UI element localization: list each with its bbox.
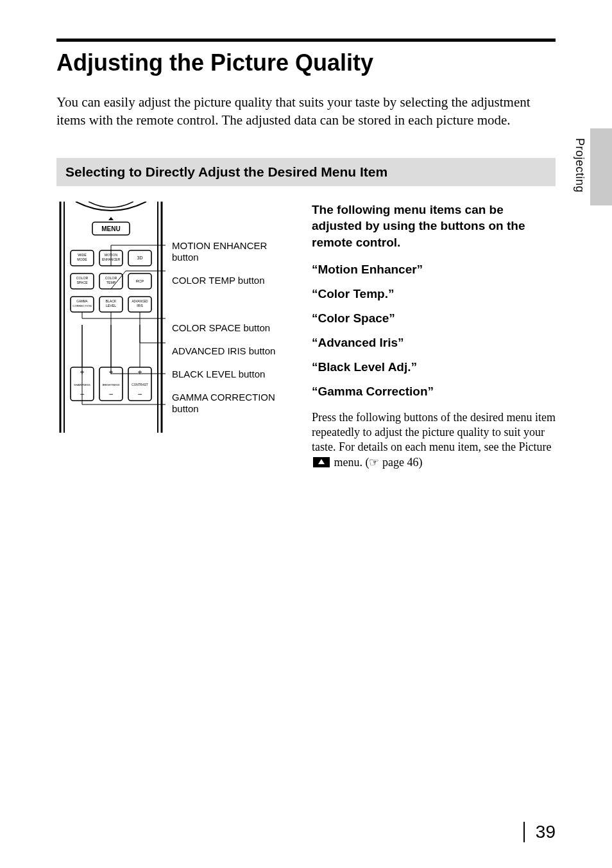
two-column-layout: MENU WIDE MODE MOTION ENHANCER 3D: [56, 202, 556, 470]
menu-item-color-space: “Color Space”: [312, 311, 556, 326]
remote-illustration-column: MENU WIDE MODE MOTION ENHANCER 3D: [56, 202, 294, 470]
section-heading: Selecting to Directly Adjust the Desired…: [56, 158, 556, 186]
menu-item-motion-enhancer: “Motion Enhancer”: [312, 263, 556, 277]
callout-color-temp: COLOR TEMP button: [172, 275, 294, 286]
remote-diagram: MENU WIDE MODE MOTION ENHANCER 3D: [56, 202, 166, 435]
right-column-intro: The following menu items can be adjusted…: [312, 202, 556, 251]
svg-text:ADVANCED: ADVANCED: [132, 300, 148, 303]
callout-black-level: BLACK LEVEL button: [172, 369, 294, 380]
body-after-icon: menu. (: [331, 456, 369, 469]
picture-menu-icon: [313, 457, 330, 467]
page-ref: page 46): [379, 456, 422, 469]
remote-row-2: COLOR SPACE COLOR TEMP RCP: [71, 273, 151, 289]
callout-color-space: COLOR SPACE button: [172, 322, 294, 334]
svg-text:GAMMA: GAMMA: [76, 300, 88, 303]
section-label: Projecting: [573, 138, 586, 193]
right-column-body: Press the following buttons of the desir…: [312, 410, 556, 471]
svg-text:3D: 3D: [137, 256, 143, 260]
svg-text:RCP: RCP: [136, 279, 144, 283]
intro-text: You can easily adjust the picture qualit…: [56, 93, 556, 130]
side-tab: [590, 128, 612, 205]
page-title: Adjusting the Picture Quality: [56, 49, 556, 76]
svg-text:SPACE: SPACE: [76, 281, 88, 284]
svg-text:COLOR: COLOR: [76, 276, 89, 280]
menu-button-label: MENU: [101, 225, 120, 232]
menu-item-gamma-correction: “Gamma Correction”: [312, 385, 556, 399]
title-rule: [56, 39, 556, 42]
callout-gamma-correction: GAMMA CORRECTION button: [172, 392, 294, 415]
page-number: 39: [536, 822, 556, 842]
svg-text:+: +: [137, 368, 142, 377]
svg-text:CORRECTION: CORRECTION: [72, 304, 92, 308]
svg-text:BLACK: BLACK: [105, 299, 117, 303]
remote-with-callouts: MENU WIDE MODE MOTION ENHANCER 3D: [56, 202, 294, 435]
svg-text:−: −: [137, 390, 142, 399]
svg-text:CONTRAST: CONTRAST: [132, 383, 148, 386]
svg-text:LEVEL: LEVEL: [106, 304, 116, 308]
right-column: The following menu items can be adjusted…: [312, 202, 556, 470]
manual-page: Projecting Adjusting the Picture Quality…: [0, 0, 612, 868]
callout-list: MOTION ENHANCER button COLOR TEMP button…: [172, 202, 294, 435]
page-number-rule: [523, 822, 525, 842]
menu-item-black-level: “Black Level Adj.”: [312, 360, 556, 374]
leader-lines: [82, 245, 166, 404]
svg-text:MODE: MODE: [77, 257, 87, 261]
callout-advanced-iris: ADVANCED IRIS button: [172, 345, 294, 357]
svg-text:BRIGHTNESS: BRIGHTNESS: [102, 383, 119, 386]
callout-motion-enhancer: MOTION ENHANCER button: [172, 240, 294, 263]
body-before-icon: Press the following buttons of the desir…: [312, 411, 556, 454]
remote-row-3: GAMMA CORRECTION BLACK LEVEL ADVANCED IR…: [71, 297, 151, 312]
menu-item-advanced-iris: “Advanced Iris”: [312, 336, 556, 350]
svg-text:WIDE: WIDE: [78, 253, 87, 257]
svg-text:TEMP: TEMP: [106, 281, 116, 284]
svg-text:COLOR: COLOR: [105, 276, 117, 280]
pointer-icon: ☞: [369, 456, 379, 469]
menu-item-color-temp: “Color Temp.”: [312, 287, 556, 301]
svg-text:−: −: [108, 390, 113, 399]
svg-text:IRIS: IRIS: [137, 304, 143, 308]
